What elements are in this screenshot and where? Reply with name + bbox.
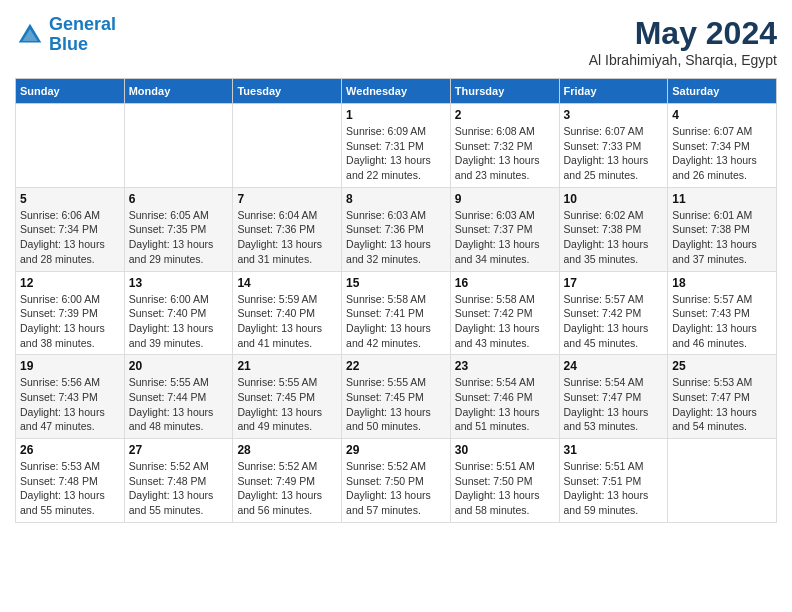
day-number: 12 [20,276,120,290]
day-info: Sunrise: 5:59 AM Sunset: 7:40 PM Dayligh… [237,292,337,351]
day-info: Sunrise: 6:02 AM Sunset: 7:38 PM Dayligh… [564,208,664,267]
day-info: Sunrise: 6:00 AM Sunset: 7:40 PM Dayligh… [129,292,229,351]
day-number: 3 [564,108,664,122]
calendar-subtitle: Al Ibrahimiyah, Sharqia, Egypt [589,52,777,68]
col-header-friday: Friday [559,79,668,104]
day-number: 31 [564,443,664,457]
day-cell: 11Sunrise: 6:01 AM Sunset: 7:38 PM Dayli… [668,187,777,271]
day-info: Sunrise: 6:04 AM Sunset: 7:36 PM Dayligh… [237,208,337,267]
day-number: 5 [20,192,120,206]
day-cell [16,104,125,188]
col-header-wednesday: Wednesday [342,79,451,104]
day-cell: 29Sunrise: 5:52 AM Sunset: 7:50 PM Dayli… [342,439,451,523]
day-info: Sunrise: 5:51 AM Sunset: 7:51 PM Dayligh… [564,459,664,518]
day-info: Sunrise: 5:55 AM Sunset: 7:45 PM Dayligh… [346,375,446,434]
week-row-2: 12Sunrise: 6:00 AM Sunset: 7:39 PM Dayli… [16,271,777,355]
day-cell: 19Sunrise: 5:56 AM Sunset: 7:43 PM Dayli… [16,355,125,439]
day-number: 11 [672,192,772,206]
day-cell: 15Sunrise: 5:58 AM Sunset: 7:41 PM Dayli… [342,271,451,355]
week-row-0: 1Sunrise: 6:09 AM Sunset: 7:31 PM Daylig… [16,104,777,188]
day-number: 21 [237,359,337,373]
day-info: Sunrise: 6:03 AM Sunset: 7:36 PM Dayligh… [346,208,446,267]
day-info: Sunrise: 5:56 AM Sunset: 7:43 PM Dayligh… [20,375,120,434]
day-info: Sunrise: 5:53 AM Sunset: 7:47 PM Dayligh… [672,375,772,434]
day-info: Sunrise: 6:09 AM Sunset: 7:31 PM Dayligh… [346,124,446,183]
col-header-sunday: Sunday [16,79,125,104]
day-cell: 14Sunrise: 5:59 AM Sunset: 7:40 PM Dayli… [233,271,342,355]
day-info: Sunrise: 5:55 AM Sunset: 7:45 PM Dayligh… [237,375,337,434]
day-number: 15 [346,276,446,290]
day-info: Sunrise: 5:57 AM Sunset: 7:43 PM Dayligh… [672,292,772,351]
logo: General Blue [15,15,116,55]
day-info: Sunrise: 5:51 AM Sunset: 7:50 PM Dayligh… [455,459,555,518]
day-number: 17 [564,276,664,290]
day-number: 28 [237,443,337,457]
day-number: 1 [346,108,446,122]
day-number: 23 [455,359,555,373]
day-info: Sunrise: 6:07 AM Sunset: 7:34 PM Dayligh… [672,124,772,183]
day-info: Sunrise: 6:06 AM Sunset: 7:34 PM Dayligh… [20,208,120,267]
day-number: 10 [564,192,664,206]
day-cell: 2Sunrise: 6:08 AM Sunset: 7:32 PM Daylig… [450,104,559,188]
day-number: 9 [455,192,555,206]
day-info: Sunrise: 6:01 AM Sunset: 7:38 PM Dayligh… [672,208,772,267]
day-number: 6 [129,192,229,206]
day-cell: 8Sunrise: 6:03 AM Sunset: 7:36 PM Daylig… [342,187,451,271]
logo-text: General Blue [49,15,116,55]
day-cell: 1Sunrise: 6:09 AM Sunset: 7:31 PM Daylig… [342,104,451,188]
day-number: 22 [346,359,446,373]
day-cell: 21Sunrise: 5:55 AM Sunset: 7:45 PM Dayli… [233,355,342,439]
day-info: Sunrise: 6:05 AM Sunset: 7:35 PM Dayligh… [129,208,229,267]
day-cell: 6Sunrise: 6:05 AM Sunset: 7:35 PM Daylig… [124,187,233,271]
col-header-thursday: Thursday [450,79,559,104]
day-cell: 23Sunrise: 5:54 AM Sunset: 7:46 PM Dayli… [450,355,559,439]
day-info: Sunrise: 5:54 AM Sunset: 7:46 PM Dayligh… [455,375,555,434]
day-cell: 25Sunrise: 5:53 AM Sunset: 7:47 PM Dayli… [668,355,777,439]
day-number: 27 [129,443,229,457]
day-cell: 10Sunrise: 6:02 AM Sunset: 7:38 PM Dayli… [559,187,668,271]
day-number: 2 [455,108,555,122]
week-row-4: 26Sunrise: 5:53 AM Sunset: 7:48 PM Dayli… [16,439,777,523]
week-row-1: 5Sunrise: 6:06 AM Sunset: 7:34 PM Daylig… [16,187,777,271]
day-cell: 27Sunrise: 5:52 AM Sunset: 7:48 PM Dayli… [124,439,233,523]
day-cell: 26Sunrise: 5:53 AM Sunset: 7:48 PM Dayli… [16,439,125,523]
day-info: Sunrise: 5:52 AM Sunset: 7:50 PM Dayligh… [346,459,446,518]
day-cell [124,104,233,188]
day-number: 8 [346,192,446,206]
day-number: 4 [672,108,772,122]
day-info: Sunrise: 6:08 AM Sunset: 7:32 PM Dayligh… [455,124,555,183]
calendar-title: May 2024 [589,15,777,52]
day-info: Sunrise: 5:58 AM Sunset: 7:42 PM Dayligh… [455,292,555,351]
day-number: 18 [672,276,772,290]
day-cell: 13Sunrise: 6:00 AM Sunset: 7:40 PM Dayli… [124,271,233,355]
day-cell: 9Sunrise: 6:03 AM Sunset: 7:37 PM Daylig… [450,187,559,271]
day-cell [668,439,777,523]
calendar-table: SundayMondayTuesdayWednesdayThursdayFrid… [15,78,777,523]
day-cell: 31Sunrise: 5:51 AM Sunset: 7:51 PM Dayli… [559,439,668,523]
day-number: 30 [455,443,555,457]
day-info: Sunrise: 5:52 AM Sunset: 7:48 PM Dayligh… [129,459,229,518]
title-block: May 2024 Al Ibrahimiyah, Sharqia, Egypt [589,15,777,68]
day-cell: 7Sunrise: 6:04 AM Sunset: 7:36 PM Daylig… [233,187,342,271]
day-cell: 24Sunrise: 5:54 AM Sunset: 7:47 PM Dayli… [559,355,668,439]
day-cell: 20Sunrise: 5:55 AM Sunset: 7:44 PM Dayli… [124,355,233,439]
day-cell: 18Sunrise: 5:57 AM Sunset: 7:43 PM Dayli… [668,271,777,355]
day-number: 25 [672,359,772,373]
day-cell: 4Sunrise: 6:07 AM Sunset: 7:34 PM Daylig… [668,104,777,188]
col-header-monday: Monday [124,79,233,104]
day-info: Sunrise: 5:57 AM Sunset: 7:42 PM Dayligh… [564,292,664,351]
day-info: Sunrise: 6:03 AM Sunset: 7:37 PM Dayligh… [455,208,555,267]
day-info: Sunrise: 5:53 AM Sunset: 7:48 PM Dayligh… [20,459,120,518]
day-number: 14 [237,276,337,290]
day-cell: 12Sunrise: 6:00 AM Sunset: 7:39 PM Dayli… [16,271,125,355]
day-cell: 30Sunrise: 5:51 AM Sunset: 7:50 PM Dayli… [450,439,559,523]
day-cell: 16Sunrise: 5:58 AM Sunset: 7:42 PM Dayli… [450,271,559,355]
day-cell: 22Sunrise: 5:55 AM Sunset: 7:45 PM Dayli… [342,355,451,439]
day-cell: 5Sunrise: 6:06 AM Sunset: 7:34 PM Daylig… [16,187,125,271]
calendar-header-row: SundayMondayTuesdayWednesdayThursdayFrid… [16,79,777,104]
day-info: Sunrise: 5:52 AM Sunset: 7:49 PM Dayligh… [237,459,337,518]
week-row-3: 19Sunrise: 5:56 AM Sunset: 7:43 PM Dayli… [16,355,777,439]
day-info: Sunrise: 5:58 AM Sunset: 7:41 PM Dayligh… [346,292,446,351]
page-header: General Blue May 2024 Al Ibrahimiyah, Sh… [15,15,777,68]
day-number: 19 [20,359,120,373]
